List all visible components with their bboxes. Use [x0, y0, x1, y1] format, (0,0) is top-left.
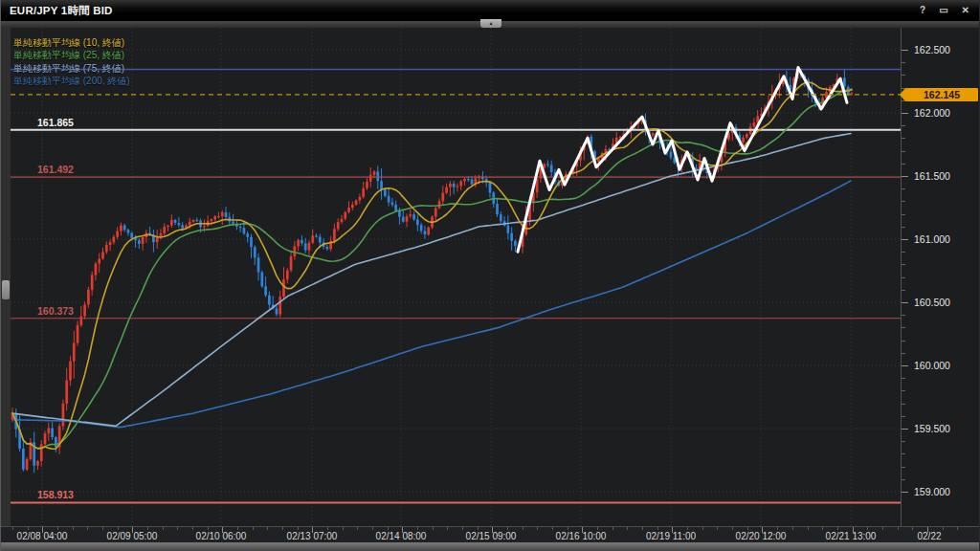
x-axis-tick — [298, 527, 299, 530]
y-axis-tick — [902, 252, 905, 253]
price-line-label: 160.373 — [37, 305, 74, 317]
y-axis-tick — [902, 416, 905, 417]
x-axis-tick — [163, 527, 164, 530]
time-axis[interactable]: 02/08 04:0002/09 05:0002/10 06:0002/13 0… — [1, 526, 980, 542]
x-axis-tick — [568, 527, 568, 530]
x-axis-label: 02/20 12:00 — [736, 531, 787, 541]
x-axis-tick — [57, 527, 58, 530]
x-axis-tick — [898, 527, 899, 530]
x-axis-tick — [28, 527, 29, 530]
y-axis-tick — [902, 327, 905, 328]
x-axis-tick — [537, 527, 538, 530]
x-axis-tick — [433, 527, 434, 530]
window-title: EUR/JPY 1時間 BID — [1, 4, 113, 18]
chart-plot[interactable]: 161.865161.492160.373158.913 単純移動平均線 (10… — [11, 28, 901, 526]
y-axis-tick — [902, 188, 905, 189]
x-axis-tick — [87, 527, 88, 530]
y-axis-label: 160.500 — [914, 297, 950, 308]
y-axis-tick — [902, 492, 908, 493]
help-button[interactable]: ? — [920, 0, 925, 21]
bottom-resize-bar[interactable] — [1, 542, 980, 551]
chart-canvas[interactable]: 161.865161.492160.373158.913 — [11, 28, 901, 526]
x-axis-tick — [462, 527, 463, 530]
window-controls: ? ▭ ✕ — [920, 0, 980, 21]
x-axis-tick — [73, 527, 74, 530]
x-axis-tick — [702, 527, 703, 530]
x-axis-tick — [192, 527, 193, 530]
price-axis[interactable]: 162.500162.000161.500161.000160.500160.0… — [901, 28, 980, 526]
x-axis-tick — [507, 527, 508, 530]
legend-item: 単純移動平均線 (75, 終値) — [13, 62, 130, 75]
y-axis-tick — [902, 453, 905, 454]
x-axis-tick — [822, 527, 823, 530]
x-axis-tick — [792, 527, 793, 530]
x-axis-label: 02/21 13:00 — [826, 531, 877, 541]
y-axis-tick — [902, 214, 905, 215]
x-axis-tick — [732, 527, 733, 530]
x-axis-tick — [312, 527, 313, 533]
x-axis-tick — [672, 527, 673, 533]
x-axis-tick — [208, 527, 209, 530]
x-axis-tick — [687, 527, 688, 530]
y-axis-tick — [902, 277, 905, 278]
x-axis-tick — [762, 527, 763, 533]
x-axis-tick — [882, 527, 883, 530]
y-axis-tick — [902, 50, 908, 51]
x-axis-tick — [747, 527, 748, 530]
x-axis-tick — [627, 527, 628, 530]
x-axis-tick — [42, 527, 43, 533]
x-axis-label: 02/15 09:00 — [466, 531, 517, 541]
x-axis-tick — [642, 527, 643, 530]
x-axis-tick — [177, 527, 178, 530]
y-axis-label: 162.500 — [914, 44, 950, 55]
close-button[interactable]: ✕ — [962, 0, 969, 21]
y-axis-label: 160.000 — [914, 360, 950, 371]
y-axis-tick — [902, 302, 908, 303]
x-axis-tick — [957, 527, 958, 530]
x-axis-tick — [597, 527, 598, 530]
x-axis-tick — [552, 527, 553, 530]
y-axis-tick — [902, 138, 905, 139]
x-axis-tick — [943, 527, 944, 530]
x-axis-tick — [253, 527, 254, 530]
y-axis-tick — [902, 479, 905, 480]
x-axis-tick — [657, 527, 658, 530]
x-axis-tick — [867, 527, 868, 530]
y-axis-tick — [902, 429, 908, 430]
x-axis-tick — [402, 527, 403, 533]
x-axis-tick — [612, 527, 613, 530]
x-axis-label: 02/16 10:00 — [556, 531, 607, 541]
x-axis-tick — [118, 527, 119, 530]
x-axis-tick — [132, 527, 133, 533]
x-axis-tick — [102, 527, 103, 530]
price-line-label: 161.865 — [37, 117, 74, 128]
collapse-panel-button[interactable]: ▴ — [480, 19, 501, 28]
y-axis-tick — [902, 125, 905, 126]
grid-layer — [11, 28, 901, 526]
x-axis-tick — [222, 527, 223, 533]
x-axis-tick — [237, 527, 238, 530]
x-axis-tick — [267, 527, 268, 530]
title-bar[interactable]: EUR/JPY 1時間 BID ? ▭ ✕ — [1, 0, 980, 21]
legend-item: 単純移動平均線 (10, 終値) — [13, 36, 130, 49]
x-axis-tick — [478, 527, 479, 530]
y-axis-tick — [902, 378, 905, 379]
y-axis-tick — [902, 365, 908, 366]
y-axis-tick — [902, 164, 905, 165]
x-axis-tick — [582, 527, 583, 533]
maximize-button[interactable]: ▭ — [939, 0, 947, 21]
x-axis-tick — [523, 527, 523, 530]
x-axis-label: 02/19 11:00 — [646, 531, 696, 541]
y-axis-tick — [902, 341, 905, 342]
current-price-badge: 162.145 — [905, 88, 978, 101]
sidebar-expand-handle[interactable] — [2, 280, 10, 299]
y-axis-tick — [902, 404, 905, 405]
x-axis-label: 02/10 06:00 — [196, 531, 247, 541]
y-axis-tick — [902, 113, 908, 114]
y-axis-label: 161.000 — [914, 233, 950, 245]
y-axis-tick — [902, 315, 905, 316]
x-axis-tick — [282, 527, 283, 530]
x-axis-label: 02/14 08:00 — [376, 531, 427, 541]
x-axis-tick — [777, 527, 778, 530]
x-axis-tick — [388, 527, 389, 530]
